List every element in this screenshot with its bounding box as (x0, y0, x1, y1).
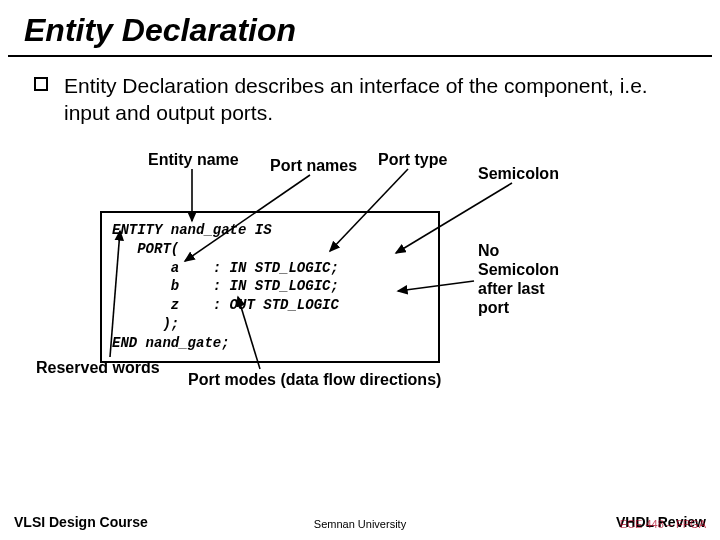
code-line-1: ENTITY nand_gate IS (112, 222, 272, 238)
code-line-5: z : OUT STD_LOGIC (112, 297, 339, 313)
note-line-2: Semicolon (478, 260, 559, 279)
note-line-3: after last (478, 279, 559, 298)
note-line-4: port (478, 298, 559, 317)
slide-title: Entity Declaration (0, 0, 720, 55)
code-line-7: END nand_gate; (112, 335, 230, 351)
diagram-area: Entity name Port names Port type Semicol… (0, 151, 720, 411)
note-line-1: No (478, 241, 559, 260)
bullet-icon (34, 77, 48, 91)
divider (8, 55, 712, 57)
footer-right-overlay: ECE 448 – FPGA (620, 518, 706, 530)
code-block: ENTITY nand_gate IS PORT( a : IN STD_LOG… (100, 211, 440, 363)
label-port-names: Port names (270, 157, 357, 175)
footer-center: Semnan University (0, 518, 720, 530)
body-paragraph-container: Entity Declaration describes an interfac… (0, 73, 720, 127)
label-reserved-words: Reserved words (36, 359, 160, 377)
note-no-semicolon: No Semicolon after last port (478, 241, 559, 318)
body-paragraph: Entity Declaration describes an interfac… (64, 74, 648, 124)
code-line-4: b : IN STD_LOGIC; (112, 278, 339, 294)
label-semicolon: Semicolon (478, 165, 559, 183)
code-line-6: ); (112, 316, 179, 332)
code-line-2: PORT( (112, 241, 179, 257)
label-port-modes: Port modes (data flow directions) (188, 371, 441, 389)
label-port-type: Port type (378, 151, 447, 169)
label-entity-name: Entity name (148, 151, 239, 169)
code-line-3: a : IN STD_LOGIC; (112, 260, 339, 276)
